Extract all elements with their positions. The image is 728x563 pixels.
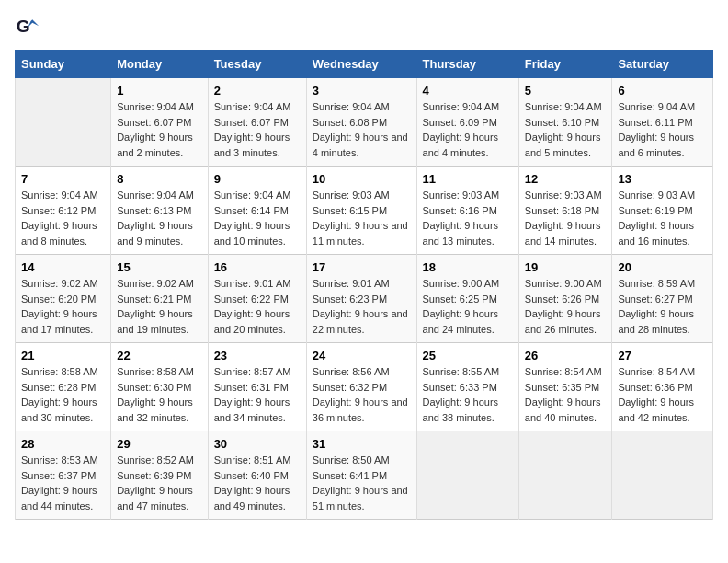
day-info: Sunrise: 8:51 AMSunset: 6:40 PMDaylight:… [214, 454, 291, 511]
day-number: 30 [214, 437, 301, 451]
day-info: Sunrise: 8:54 AMSunset: 6:35 PMDaylight:… [525, 366, 602, 423]
day-info: Sunrise: 9:02 AMSunset: 6:21 PMDaylight:… [117, 278, 194, 335]
day-info: Sunrise: 9:04 AMSunset: 6:09 PMDaylight:… [423, 101, 500, 158]
day-cell: 18 Sunrise: 9:00 AMSunset: 6:25 PMDaylig… [416, 255, 518, 343]
day-cell: 19 Sunrise: 9:00 AMSunset: 6:26 PMDaylig… [518, 255, 612, 343]
day-number: 27 [618, 349, 707, 362]
day-cell: 30 Sunrise: 8:51 AMSunset: 6:40 PMDaylig… [208, 431, 306, 520]
day-cell [518, 431, 612, 520]
day-cell: 3 Sunrise: 9:04 AMSunset: 6:08 PMDayligh… [306, 78, 416, 167]
day-info: Sunrise: 8:59 AMSunset: 6:27 PMDaylight:… [618, 278, 695, 335]
day-info: Sunrise: 9:03 AMSunset: 6:19 PMDaylight:… [618, 190, 695, 247]
day-number: 5 [525, 84, 607, 98]
day-cell: 15 Sunrise: 9:02 AMSunset: 6:21 PMDaylig… [111, 255, 208, 343]
day-cell: 31 Sunrise: 8:50 AMSunset: 6:41 PMDaylig… [306, 431, 416, 520]
week-row-4: 21 Sunrise: 8:58 AMSunset: 6:28 PMDaylig… [16, 343, 713, 431]
header-wednesday: Wednesday [306, 51, 416, 78]
day-info: Sunrise: 9:04 AMSunset: 6:07 PMDaylight:… [117, 101, 194, 158]
day-number: 15 [117, 260, 201, 274]
day-cell: 21 Sunrise: 8:58 AMSunset: 6:28 PMDaylig… [16, 343, 111, 431]
day-cell: 22 Sunrise: 8:58 AMSunset: 6:30 PMDaylig… [111, 343, 208, 431]
day-info: Sunrise: 9:04 AMSunset: 6:08 PMDaylight:… [313, 101, 408, 158]
day-number: 23 [214, 349, 301, 362]
day-info: Sunrise: 8:50 AMSunset: 6:41 PMDaylight:… [313, 454, 408, 511]
day-cell: 7 Sunrise: 9:04 AMSunset: 6:12 PMDayligh… [16, 167, 111, 255]
day-number: 21 [21, 349, 105, 362]
day-cell: 1 Sunrise: 9:04 AMSunset: 6:07 PMDayligh… [111, 78, 208, 167]
calendar-header-row: SundayMondayTuesdayWednesdayThursdayFrid… [16, 51, 713, 78]
day-info: Sunrise: 8:54 AMSunset: 6:36 PMDaylight:… [618, 366, 695, 423]
day-number: 4 [423, 84, 513, 98]
day-number: 28 [21, 437, 105, 451]
day-number: 31 [313, 437, 411, 451]
day-cell: 8 Sunrise: 9:04 AMSunset: 6:13 PMDayligh… [111, 167, 208, 255]
week-row-1: 1 Sunrise: 9:04 AMSunset: 6:07 PMDayligh… [16, 78, 713, 167]
day-number: 20 [618, 260, 707, 274]
day-cell: 24 Sunrise: 8:56 AMSunset: 6:32 PMDaylig… [306, 343, 416, 431]
day-number: 14 [21, 260, 105, 274]
day-number: 25 [423, 349, 513, 362]
day-cell: 29 Sunrise: 8:52 AMSunset: 6:39 PMDaylig… [111, 431, 208, 520]
day-cell: 9 Sunrise: 9:04 AMSunset: 6:14 PMDayligh… [208, 167, 306, 255]
week-row-2: 7 Sunrise: 9:04 AMSunset: 6:12 PMDayligh… [16, 167, 713, 255]
logo: G [15, 15, 44, 40]
day-info: Sunrise: 9:00 AMSunset: 6:25 PMDaylight:… [423, 278, 500, 335]
day-number: 29 [117, 437, 201, 451]
day-cell: 27 Sunrise: 8:54 AMSunset: 6:36 PMDaylig… [612, 343, 713, 431]
day-cell: 5 Sunrise: 9:04 AMSunset: 6:10 PMDayligh… [518, 78, 612, 167]
day-info: Sunrise: 8:57 AMSunset: 6:31 PMDaylight:… [214, 366, 291, 423]
week-row-3: 14 Sunrise: 9:02 AMSunset: 6:20 PMDaylig… [16, 255, 713, 343]
day-number: 3 [313, 84, 411, 98]
day-number: 12 [525, 172, 607, 186]
day-cell: 23 Sunrise: 8:57 AMSunset: 6:31 PMDaylig… [208, 343, 306, 431]
day-number: 22 [117, 349, 201, 362]
day-number: 2 [214, 84, 301, 98]
day-info: Sunrise: 9:04 AMSunset: 6:13 PMDaylight:… [117, 190, 194, 247]
day-number: 7 [21, 172, 105, 186]
day-cell: 17 Sunrise: 9:01 AMSunset: 6:23 PMDaylig… [306, 255, 416, 343]
header-monday: Monday [111, 51, 208, 78]
day-number: 26 [525, 349, 607, 362]
day-number: 13 [618, 172, 707, 186]
day-cell: 20 Sunrise: 8:59 AMSunset: 6:27 PMDaylig… [612, 255, 713, 343]
day-number: 1 [117, 84, 201, 98]
day-cell: 13 Sunrise: 9:03 AMSunset: 6:19 PMDaylig… [612, 167, 713, 255]
header-saturday: Saturday [612, 51, 713, 78]
day-info: Sunrise: 9:04 AMSunset: 6:12 PMDaylight:… [21, 190, 98, 247]
day-number: 6 [618, 84, 707, 98]
day-number: 19 [525, 260, 607, 274]
day-cell [612, 431, 713, 520]
day-info: Sunrise: 9:04 AMSunset: 6:07 PMDaylight:… [214, 101, 291, 158]
day-number: 18 [423, 260, 513, 274]
day-info: Sunrise: 9:02 AMSunset: 6:20 PMDaylight:… [21, 278, 98, 335]
day-cell: 28 Sunrise: 8:53 AMSunset: 6:37 PMDaylig… [16, 431, 111, 520]
day-number: 9 [214, 172, 301, 186]
day-info: Sunrise: 9:00 AMSunset: 6:26 PMDaylight:… [525, 278, 602, 335]
day-info: Sunrise: 9:04 AMSunset: 6:10 PMDaylight:… [525, 101, 602, 158]
day-info: Sunrise: 8:52 AMSunset: 6:39 PMDaylight:… [117, 454, 194, 511]
week-row-5: 28 Sunrise: 8:53 AMSunset: 6:37 PMDaylig… [16, 431, 713, 520]
calendar-table: SundayMondayTuesdayWednesdayThursdayFrid… [15, 50, 713, 520]
day-info: Sunrise: 8:55 AMSunset: 6:33 PMDaylight:… [423, 366, 500, 423]
day-info: Sunrise: 9:04 AMSunset: 6:14 PMDaylight:… [214, 190, 291, 247]
header-sunday: Sunday [16, 51, 111, 78]
day-cell: 25 Sunrise: 8:55 AMSunset: 6:33 PMDaylig… [416, 343, 518, 431]
day-number: 17 [313, 260, 411, 274]
day-number: 10 [313, 172, 411, 186]
day-cell: 11 Sunrise: 9:03 AMSunset: 6:16 PMDaylig… [416, 167, 518, 255]
day-number: 16 [214, 260, 301, 274]
day-cell: 26 Sunrise: 8:54 AMSunset: 6:35 PMDaylig… [518, 343, 612, 431]
header-tuesday: Tuesday [208, 51, 306, 78]
svg-text:G: G [17, 17, 30, 36]
day-cell: 14 Sunrise: 9:02 AMSunset: 6:20 PMDaylig… [16, 255, 111, 343]
header-thursday: Thursday [416, 51, 518, 78]
day-number: 8 [117, 172, 201, 186]
day-info: Sunrise: 8:53 AMSunset: 6:37 PMDaylight:… [21, 454, 98, 511]
day-info: Sunrise: 8:58 AMSunset: 6:30 PMDaylight:… [117, 366, 194, 423]
day-number: 24 [313, 349, 411, 362]
day-info: Sunrise: 9:01 AMSunset: 6:22 PMDaylight:… [214, 278, 291, 335]
day-info: Sunrise: 9:03 AMSunset: 6:18 PMDaylight:… [525, 190, 602, 247]
day-info: Sunrise: 8:58 AMSunset: 6:28 PMDaylight:… [21, 366, 98, 423]
day-info: Sunrise: 8:56 AMSunset: 6:32 PMDaylight:… [313, 366, 408, 423]
header-friday: Friday [518, 51, 612, 78]
